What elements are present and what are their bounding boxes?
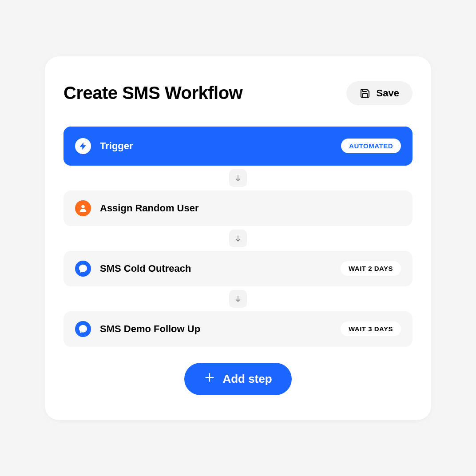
wait-badge: WAIT 3 DAYS	[341, 321, 401, 336]
step-label: SMS Cold Outreach	[100, 263, 191, 274]
workflow-step-assign[interactable]: Assign Random User	[63, 190, 413, 226]
save-button[interactable]: Save	[346, 81, 413, 105]
workflow-step-trigger[interactable]: Trigger AUTOMATED	[63, 127, 413, 166]
add-step-container: Add step	[63, 363, 413, 395]
page-title: Create SMS Workflow	[63, 83, 242, 103]
step-label: Trigger	[100, 140, 133, 152]
user-icon	[75, 200, 91, 216]
lightning-icon	[75, 138, 91, 154]
connector	[63, 226, 413, 251]
step-left: Assign Random User	[75, 200, 199, 216]
workflow-step-sms-demo-follow-up[interactable]: SMS Demo Follow Up WAIT 3 DAYS	[63, 311, 413, 347]
step-left: SMS Cold Outreach	[75, 261, 191, 277]
header: Create SMS Workflow Save	[63, 81, 413, 105]
arrow-down-icon	[229, 290, 247, 308]
arrow-down-icon	[229, 169, 247, 187]
step-label: SMS Demo Follow Up	[100, 323, 200, 335]
save-label: Save	[377, 87, 399, 99]
add-step-label: Add step	[222, 372, 272, 386]
svg-point-1	[81, 205, 84, 208]
step-left: SMS Demo Follow Up	[75, 321, 200, 337]
workflow-card: Create SMS Workflow Save Trigger AUTOMAT…	[45, 56, 431, 420]
connector	[63, 286, 413, 311]
message-icon	[75, 261, 91, 277]
add-step-button[interactable]: Add step	[184, 363, 291, 395]
workflow-step-sms-cold-outreach[interactable]: SMS Cold Outreach WAIT 2 DAYS	[63, 251, 413, 286]
arrow-down-icon	[229, 230, 247, 247]
message-icon	[75, 321, 91, 337]
plus-icon	[204, 372, 215, 386]
step-left: Trigger	[75, 138, 133, 154]
save-icon	[360, 88, 370, 99]
step-label: Assign Random User	[100, 202, 199, 214]
wait-badge: WAIT 2 DAYS	[341, 261, 401, 276]
connector	[63, 166, 413, 190]
automated-badge: AUTOMATED	[341, 139, 401, 153]
